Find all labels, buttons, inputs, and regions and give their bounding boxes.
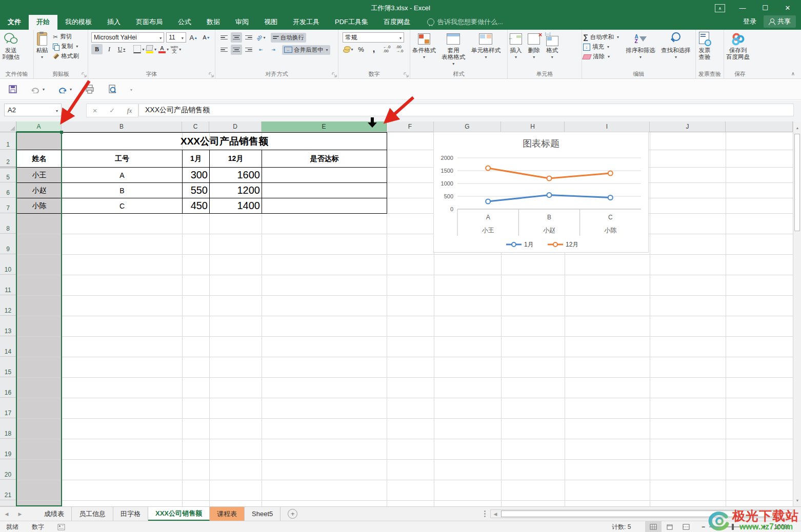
table-title-cell[interactable]: XXX公司产品销售额: [62, 132, 387, 150]
fill-button[interactable]: ↓ 填充: [582, 42, 620, 52]
font-size-select[interactable]: 11: [166, 32, 186, 43]
row-header-17[interactable]: 17: [0, 398, 16, 418]
ribbon-tab-PDF工具集[interactable]: PDF工具集: [327, 15, 376, 30]
undo-button[interactable]: [58, 85, 72, 93]
row-header-15[interactable]: 15: [0, 357, 16, 377]
copy-button[interactable]: 复制: [52, 42, 80, 51]
column-header-C[interactable]: C: [182, 121, 209, 132]
ribbon-tab-开发工具[interactable]: 开发工具: [285, 15, 327, 30]
row-header-16[interactable]: 16: [0, 377, 16, 398]
orientation-button[interactable]: ab: [255, 32, 267, 43]
wrap-text-button[interactable]: 自动换行: [271, 33, 306, 43]
sheet-tab-Sheet5[interactable]: Sheet5: [245, 507, 281, 521]
table-cell-r2c3[interactable]: 1400: [209, 198, 262, 214]
save-to-baidu-button[interactable]: 保存到 百度网盘: [724, 30, 752, 60]
find-select-button[interactable]: 查找和选择: [659, 30, 693, 59]
delete-cells-button[interactable]: × 删除: [526, 30, 542, 59]
comma-style-button[interactable]: ,: [368, 44, 379, 54]
format-painter-button[interactable]: 格式刷: [52, 51, 80, 61]
maximize-button[interactable]: ☐: [755, 0, 775, 15]
paste-button[interactable]: 粘贴: [34, 30, 50, 59]
column-header-I[interactable]: I: [565, 121, 650, 132]
phonetic-guide-button[interactable]: wén文: [170, 44, 182, 54]
font-name-select[interactable]: Microsoft YaHei: [91, 32, 164, 43]
table-cell-r1c0[interactable]: 小赵: [16, 182, 62, 198]
clipboard-dialog-launcher-icon[interactable]: [82, 72, 87, 77]
borders-button[interactable]: [133, 44, 145, 54]
new-sheet-button[interactable]: +: [288, 509, 297, 519]
row-header-7[interactable]: 7: [0, 198, 16, 213]
ribbon-tab-我的模板[interactable]: 我的模板: [57, 15, 99, 30]
insert-function-icon[interactable]: fx: [127, 107, 132, 115]
column-header-D[interactable]: D: [209, 121, 262, 132]
sign-in-link[interactable]: 登录: [743, 17, 756, 26]
align-top-button[interactable]: [218, 32, 230, 43]
cancel-entry-icon[interactable]: ×: [93, 106, 97, 115]
insert-cells-button[interactable]: ← 插入: [508, 30, 524, 59]
row-header-18[interactable]: 18: [0, 418, 16, 439]
customize-qat-icon[interactable]: [130, 86, 132, 93]
print-preview-button[interactable]: [108, 85, 117, 94]
row-header-8[interactable]: 8: [0, 213, 16, 234]
column-header-J[interactable]: J: [650, 121, 726, 132]
column-header-H[interactable]: H: [501, 121, 565, 132]
share-button[interactable]: 共享: [764, 15, 796, 28]
ribbon-display-options-icon[interactable]: ∧: [715, 4, 725, 12]
save-button[interactable]: [8, 85, 17, 94]
sort-filter-button[interactable]: AZ 排序和筛选: [624, 30, 657, 59]
underline-button[interactable]: U: [116, 44, 127, 54]
table-cell-r0c0[interactable]: 小王: [16, 167, 62, 183]
tab-file[interactable]: 文件: [0, 15, 29, 30]
decrease-font-button[interactable]: A▼: [201, 32, 212, 43]
column-header-B[interactable]: B: [62, 121, 182, 132]
percent-style-button[interactable]: %: [355, 44, 367, 54]
normal-view-button[interactable]: [645, 521, 662, 532]
sheet-nav-left-icon[interactable]: ◀: [0, 507, 13, 521]
page-break-view-button[interactable]: [678, 521, 694, 532]
sheet-tab-XXX公司销售额[interactable]: XXX公司销售额: [148, 507, 210, 521]
ribbon-tab-开始[interactable]: 开始: [29, 15, 57, 30]
sheet-tab-田字格[interactable]: 田字格: [113, 507, 148, 521]
table-header-cell[interactable]: 姓名: [16, 150, 62, 168]
row-header-21[interactable]: 21: [0, 480, 16, 500]
format-cells-button[interactable]: |↔| 格式: [544, 30, 560, 59]
merge-center-button[interactable]: ↔ 合并后居中: [282, 45, 330, 55]
row-header-1[interactable]: 1: [0, 132, 16, 150]
row-header-14[interactable]: 14: [0, 336, 16, 357]
table-cell-r1c2[interactable]: 550: [182, 182, 210, 198]
chart-container[interactable]: 图表标题0500100015002000A小王B小赵C小陈1月12月: [433, 132, 649, 253]
scroll-left-icon[interactable]: ◀: [491, 511, 500, 517]
table-header-cell[interactable]: 1月: [182, 150, 210, 168]
row-header-20[interactable]: 20: [0, 459, 16, 480]
autosum-button[interactable]: ∑ 自动求和: [582, 32, 620, 42]
table-cell-r1c1[interactable]: B: [62, 182, 183, 198]
row-header-13[interactable]: 13: [0, 316, 16, 336]
tab-splitter-handle[interactable]: [484, 510, 486, 517]
column-header-G[interactable]: G: [434, 121, 501, 132]
sheet-tab-员工信息[interactable]: 员工信息: [72, 507, 113, 521]
row-header-partial[interactable]: [0, 500, 16, 506]
column-header-F[interactable]: F: [387, 121, 434, 132]
accounting-format-button[interactable]: [343, 44, 354, 54]
collapse-ribbon-icon[interactable]: ∧: [791, 71, 795, 76]
increase-decimal-button[interactable]: ←.0 .00: [381, 44, 392, 54]
column-header-partial[interactable]: [726, 121, 793, 132]
name-box[interactable]: A2: [4, 104, 62, 116]
zoom-out-icon[interactable]: −: [702, 523, 705, 530]
italic-button[interactable]: I: [104, 44, 115, 54]
table-cell-r2c1[interactable]: C: [62, 198, 183, 214]
table-cell-r0c2[interactable]: 300: [182, 167, 210, 183]
invoice-check-button[interactable]: 发票 查验: [696, 30, 713, 60]
row-header-19[interactable]: 19: [0, 439, 16, 459]
font-dialog-launcher-icon[interactable]: [209, 72, 214, 77]
clear-button[interactable]: 清除: [582, 52, 620, 62]
select-all-button[interactable]: [0, 121, 16, 132]
format-as-table-button[interactable]: 套用 表格格式: [439, 30, 467, 66]
fill-color-button[interactable]: [146, 44, 157, 54]
row-header-5[interactable]: 5: [0, 167, 16, 182]
macro-record-icon[interactable]: [57, 524, 65, 530]
send-to-wechat-button[interactable]: 发送 到微信: [0, 30, 22, 60]
enter-entry-icon[interactable]: ✓: [109, 107, 115, 114]
ribbon-tab-页面布局[interactable]: 页面布局: [128, 15, 170, 30]
ribbon-tab-审阅[interactable]: 审阅: [228, 15, 256, 30]
